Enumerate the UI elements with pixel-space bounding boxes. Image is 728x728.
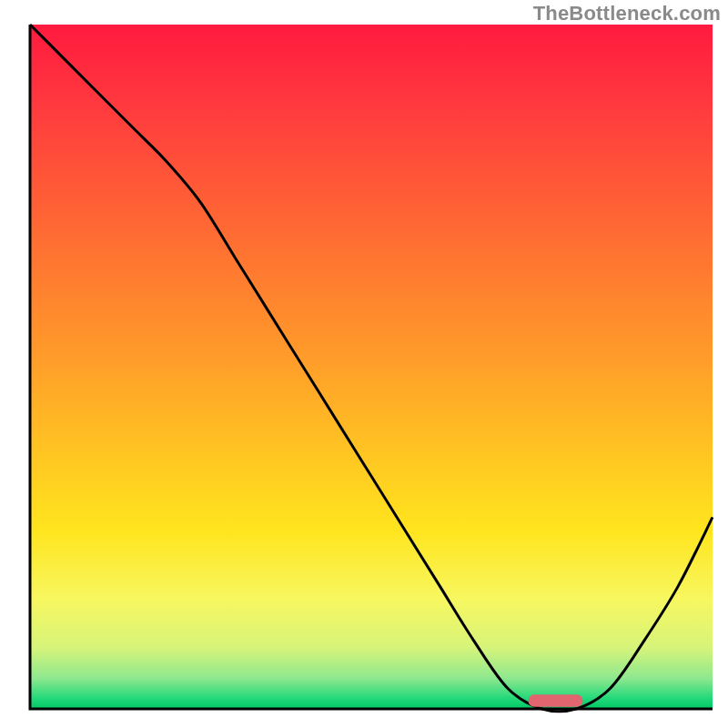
attribution-text: TheBottleneck.com (533, 2, 721, 25)
chart-stage: TheBottleneck.com (0, 0, 728, 728)
optimal-marker (529, 694, 583, 707)
bottleneck-chart (0, 0, 728, 728)
